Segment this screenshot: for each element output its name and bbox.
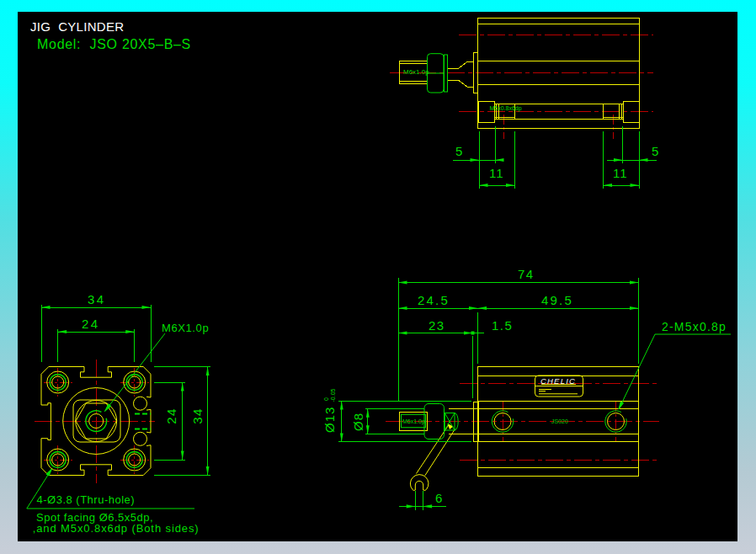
svg-text:M6x1.0p: M6x1.0p [402, 418, 425, 425]
svg-text:JS020: JS020 [551, 418, 568, 424]
svg-text:74: 74 [518, 267, 535, 281]
svg-text:5: 5 [455, 144, 464, 158]
svg-text:2-M5x0.8p: 2-M5x0.8p [662, 320, 727, 333]
svg-text:23: 23 [429, 318, 445, 333]
svg-text:JIG CYLINDER: JIG CYLINDER [30, 19, 124, 34]
svg-text:M6x1.0p: M6x1.0p [403, 68, 429, 76]
svg-text:11: 11 [489, 166, 504, 180]
svg-text:6: 6 [435, 491, 443, 505]
svg-text:CHELIC: CHELIC [540, 376, 576, 386]
svg-text:24: 24 [82, 317, 100, 331]
svg-text:4-Ø3.8 (Thru-hole): 4-Ø3.8 (Thru-hole) [37, 493, 136, 506]
svg-text:34: 34 [88, 292, 106, 306]
svg-text:5: 5 [652, 144, 660, 158]
svg-text:11: 11 [613, 166, 628, 180]
svg-text:Model: JSO 20X5–B–S: Model: JSO 20X5–B–S [37, 37, 191, 51]
svg-text:24.5: 24.5 [418, 293, 450, 307]
svg-text:1.5: 1.5 [492, 318, 513, 333]
svg-text:,and M5x0.8x6dp (Both sides): ,and M5x0.8x6dp (Both sides) [33, 522, 200, 535]
svg-text:M6X1.0p: M6X1.0p [162, 322, 209, 334]
svg-text:Ø13: Ø13 [322, 407, 337, 433]
svg-text:0: 0 [323, 397, 329, 401]
svg-text:-0.05: -0.05 [330, 388, 336, 402]
svg-text:M5x0.8x6dp: M5x0.8x6dp [490, 105, 522, 112]
svg-text:24: 24 [164, 408, 178, 424]
svg-text:Ø8: Ø8 [351, 413, 365, 431]
svg-text:34: 34 [190, 408, 205, 424]
svg-text:49.5: 49.5 [541, 293, 573, 307]
